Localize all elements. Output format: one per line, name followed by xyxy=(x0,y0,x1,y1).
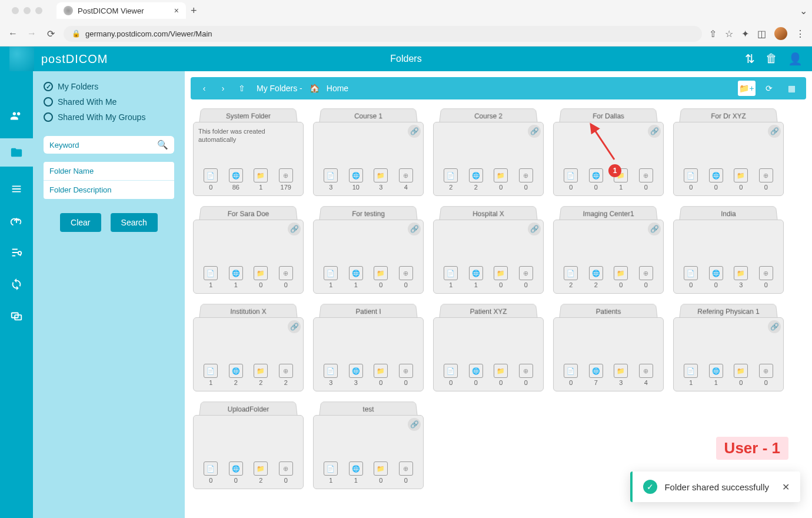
stat-icon: 📁 xyxy=(374,364,388,378)
search-input[interactable] xyxy=(49,141,157,150)
stat-icon: ⊕ xyxy=(279,266,293,280)
folder-card[interactable]: System FolderThis folder was created aut… xyxy=(193,108,304,196)
bookmark-icon[interactable]: ☆ xyxy=(725,28,733,39)
bc-back-icon[interactable]: ‹ xyxy=(197,81,212,96)
folder-stats: 📄1🌐1📁0⊕0 xyxy=(318,458,418,484)
reload-button[interactable]: ⟳ xyxy=(45,28,56,39)
window-controls[interactable] xyxy=(5,7,49,14)
nav-upload[interactable] xyxy=(7,211,26,230)
menu-icon[interactable]: ⋮ xyxy=(796,28,805,39)
folder-card[interactable]: Patients📄0🌐7📁3⊕4 xyxy=(553,303,664,391)
folder-card[interactable]: Course 2🔗📄2🌐2📁0⊕0 xyxy=(433,108,544,196)
link-icon: 🔗 xyxy=(288,320,301,333)
stat-icon: 📄 xyxy=(204,168,218,182)
folder-card[interactable]: For Dallas🔗📄0🌐0📁1⊕0 xyxy=(553,108,664,196)
search-icon[interactable]: 🔍 xyxy=(157,140,168,150)
folder-card[interactable]: For testing🔗📄1🌐1📁0⊕0 xyxy=(313,205,424,294)
chevron-down-icon[interactable]: ⌄ xyxy=(800,5,807,16)
new-folder-icon[interactable]: 📁+ xyxy=(738,81,756,96)
folder-card[interactable]: India📄0🌐0📁3⊕0 xyxy=(673,205,784,294)
stat-value: 7 xyxy=(594,379,598,386)
stat: ⊕179 xyxy=(279,168,293,191)
stat-icon: ⊕ xyxy=(639,168,653,182)
folder-stats: 📄1🌐1📁0⊕0 xyxy=(678,360,778,386)
user-icon[interactable]: 👤 xyxy=(788,52,803,66)
column-item[interactable]: Folder Name xyxy=(44,162,174,181)
folder-card[interactable]: For Dr XYZ🔗📄0🌐0📁0⊕0 xyxy=(673,108,784,196)
toast-close-icon[interactable]: ✕ xyxy=(782,482,790,493)
new-tab-button[interactable]: + xyxy=(191,5,197,17)
nav-sync[interactable] xyxy=(7,275,26,294)
stat-icon: ⊕ xyxy=(399,168,413,182)
stat-value: 1 xyxy=(474,281,478,288)
stat-icon: 📄 xyxy=(444,168,458,182)
folder-body: 🔗📄1🌐1📁0⊕0 xyxy=(673,317,784,391)
nav-cards[interactable] xyxy=(7,180,26,198)
tab-title: PostDICOM Viewer xyxy=(78,6,144,15)
sort-icon[interactable]: ⇅ xyxy=(745,52,755,66)
stat-icon: ⊕ xyxy=(759,168,773,182)
view-mode-icon[interactable]: ▦ xyxy=(783,81,800,96)
folder-card[interactable]: Patient XYZ📄0🌐0📁0⊕0 xyxy=(433,303,544,391)
logo[interactable]: postDICOM xyxy=(9,47,108,71)
folder-card[interactable]: Patient I📄3🌐3📁0⊕0 xyxy=(313,303,424,391)
stat: 🌐10 xyxy=(349,168,363,191)
keyword-search[interactable]: 🔍 xyxy=(44,136,174,154)
folder-stats: 📄1🌐1📁0⊕0 xyxy=(318,263,418,288)
nav-screens[interactable] xyxy=(7,307,26,326)
folder-card[interactable]: Imaging Center1🔗📄2🌐2📁0⊕0 xyxy=(553,205,664,294)
stat-value: 1 xyxy=(329,477,332,484)
stat: ⊕4 xyxy=(399,168,413,191)
bc-up-icon[interactable]: ⇧ xyxy=(234,81,249,96)
url-field[interactable]: 🔒 germany.postdicom.com/Viewer/Main xyxy=(64,26,702,42)
folder-body: 🔗📄1🌐1📁0⊕0 xyxy=(433,220,544,294)
folder-card[interactable]: Course 1🔗📄3🌐10📁3⊕4 xyxy=(313,108,424,196)
stat-value: 3 xyxy=(379,184,382,191)
search-button[interactable]: Search xyxy=(111,213,158,232)
folder-card[interactable]: Hospital X🔗📄1🌐1📁0⊕0 xyxy=(433,205,544,294)
home-icon[interactable]: 🏠 xyxy=(310,84,320,93)
nav-folders[interactable] xyxy=(0,138,33,167)
share-icon[interactable]: ⇧ xyxy=(709,28,717,39)
column-item[interactable]: Folder Description xyxy=(44,181,174,199)
nav-search-list[interactable] xyxy=(7,243,26,262)
refresh-icon[interactable]: ⟳ xyxy=(760,81,778,96)
folder-card[interactable]: For Sara Doe🔗📄1🌐1📁0⊕0 xyxy=(193,205,304,294)
address-bar: ← → ⟳ 🔒 germany.postdicom.com/Viewer/Mai… xyxy=(0,21,812,46)
stat-value: 1 xyxy=(209,281,212,288)
stat-icon: 📁 xyxy=(614,266,628,280)
folder-card[interactable]: UploadFolder📄0🌐0📁2⊕0 xyxy=(193,401,304,489)
sidepanel-icon[interactable]: ◫ xyxy=(757,28,766,39)
stat-icon: 🌐 xyxy=(589,364,603,378)
stat-value: 1 xyxy=(354,477,358,484)
clear-button[interactable]: Clear xyxy=(60,213,101,232)
breadcrumb-home[interactable]: Home xyxy=(327,84,348,93)
browser-tab[interactable]: PostDICOM Viewer × xyxy=(56,2,186,19)
folder-card[interactable]: Institution X🔗📄1🌐2📁2⊕2 xyxy=(193,303,304,391)
forward-button[interactable]: → xyxy=(26,28,38,39)
stat-icon: 🌐 xyxy=(709,168,723,182)
filter-2[interactable]: Shared With My Groups xyxy=(44,112,174,122)
stat: ⊕0 xyxy=(759,168,773,191)
stat: 📄1 xyxy=(204,266,218,288)
stat-value: 0 xyxy=(764,281,768,288)
bc-forward-icon[interactable]: › xyxy=(215,81,231,96)
maximize-window-icon[interactable] xyxy=(35,7,42,14)
filter-0[interactable]: My Folders xyxy=(44,82,174,91)
stat: 📄0 xyxy=(684,266,698,288)
trash-icon[interactable]: 🗑 xyxy=(766,52,777,66)
back-button[interactable]: ← xyxy=(7,28,19,39)
nav-patients[interactable] xyxy=(7,107,26,125)
tab-close-icon[interactable]: × xyxy=(174,6,179,15)
close-window-icon[interactable] xyxy=(12,7,19,14)
stat: 📄1 xyxy=(684,364,698,386)
folder-card[interactable]: test🔗📄1🌐1📁0⊕0 xyxy=(313,401,424,489)
extensions-icon[interactable]: ✦ xyxy=(741,28,749,39)
stat-icon: 📄 xyxy=(324,364,338,378)
minimize-window-icon[interactable] xyxy=(24,7,31,14)
folder-card[interactable]: Refering Physican 1🔗📄1🌐1📁0⊕0 xyxy=(673,303,784,391)
filter-1[interactable]: Shared With Me xyxy=(44,97,174,107)
profile-avatar[interactable] xyxy=(774,27,787,40)
stat-value: 0 xyxy=(644,281,648,288)
stat-value: 0 xyxy=(524,281,528,288)
